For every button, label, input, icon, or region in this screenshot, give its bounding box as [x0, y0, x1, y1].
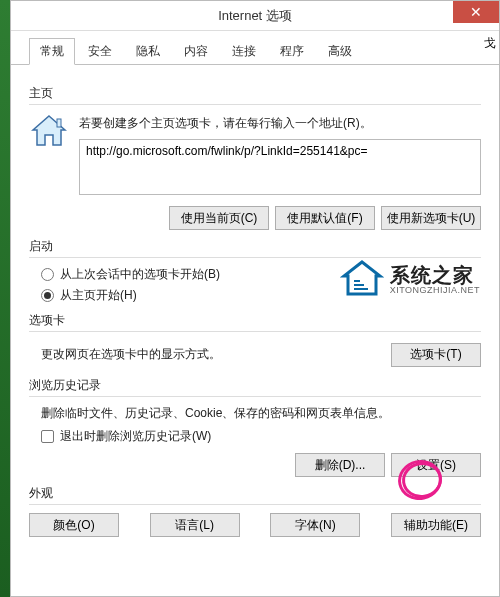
section-history-label: 浏览历史记录: [29, 377, 481, 394]
window-title: Internet 选项: [218, 7, 292, 25]
radio-label: 从上次会话中的选项卡开始(B): [60, 266, 220, 283]
section-startup-label: 启动: [29, 238, 481, 255]
tabs-description: 更改网页在选项卡中的显示方式。: [41, 346, 221, 363]
close-button[interactable]: ✕: [453, 1, 499, 23]
delete-button[interactable]: 删除(D)...: [295, 453, 385, 477]
close-icon: ✕: [470, 4, 482, 20]
home-row: 若要创建多个主页选项卡，请在每行输入一个地址(R)。: [29, 113, 481, 198]
stray-glyph: 戈: [484, 35, 496, 52]
homepage-urls-input[interactable]: [79, 139, 481, 195]
checkbox-delete-on-exit[interactable]: 退出时删除浏览历史记录(W): [41, 428, 481, 445]
tab-connections[interactable]: 连接: [221, 38, 267, 64]
radio-start-home[interactable]: 从主页开始(H): [41, 287, 481, 304]
tab-content[interactable]: 内容: [173, 38, 219, 64]
section-tabs-label: 选项卡: [29, 312, 481, 329]
radio-label: 从主页开始(H): [60, 287, 137, 304]
appearance-buttons-row: 颜色(O) 语言(L) 字体(N) 辅助功能(E): [29, 513, 481, 537]
checkbox-label: 退出时删除浏览历史记录(W): [60, 428, 211, 445]
history-buttons-row: 删除(D)... 设置(S): [29, 453, 481, 477]
accessibility-button[interactable]: 辅助功能(E): [391, 513, 481, 537]
home-buttons-row: 使用当前页(C) 使用默认值(F) 使用新选项卡(U): [29, 206, 481, 230]
tab-advanced[interactable]: 高级: [317, 38, 363, 64]
home-description: 若要创建多个主页选项卡，请在每行输入一个地址(R)。: [79, 113, 481, 133]
divider: [29, 257, 481, 258]
section-appearance-label: 外观: [29, 485, 481, 502]
checkbox-icon: [41, 430, 54, 443]
use-newtab-button[interactable]: 使用新选项卡(U): [381, 206, 481, 230]
section-home-label: 主页: [29, 85, 481, 102]
tabstrip: 常规 安全 隐私 内容 连接 程序 高级: [11, 31, 499, 65]
languages-button[interactable]: 语言(L): [150, 513, 240, 537]
divider: [29, 396, 481, 397]
tabs-settings-button[interactable]: 选项卡(T): [391, 343, 481, 367]
divider: [29, 504, 481, 505]
home-icon: [29, 113, 69, 149]
history-description: 删除临时文件、历史记录、Cookie、保存的密码和网页表单信息。: [41, 405, 481, 422]
internet-options-dialog: Internet 选项 ✕ 戈 常规 安全 隐私 内容 连接 程序 高级 主页 …: [10, 0, 500, 597]
tab-privacy[interactable]: 隐私: [125, 38, 171, 64]
colors-button[interactable]: 颜色(O): [29, 513, 119, 537]
svg-rect-1: [57, 119, 61, 127]
tab-general[interactable]: 常规: [29, 38, 75, 65]
use-default-button[interactable]: 使用默认值(F): [275, 206, 375, 230]
radio-icon: [41, 268, 54, 281]
radio-start-last[interactable]: 从上次会话中的选项卡开始(B): [41, 266, 481, 283]
fonts-button[interactable]: 字体(N): [270, 513, 360, 537]
divider: [29, 331, 481, 332]
external-edge: [0, 0, 10, 597]
use-current-button[interactable]: 使用当前页(C): [169, 206, 269, 230]
titlebar: Internet 选项 ✕: [11, 1, 499, 31]
divider: [29, 104, 481, 105]
tabs-row: 更改网页在选项卡中的显示方式。 选项卡(T): [29, 340, 481, 369]
tab-security[interactable]: 安全: [77, 38, 123, 64]
tab-programs[interactable]: 程序: [269, 38, 315, 64]
tab-panel-general: 主页 若要创建多个主页选项卡，请在每行输入一个地址(R)。 使用当前页(C) 使…: [11, 65, 499, 549]
radio-icon: [41, 289, 54, 302]
history-settings-button[interactable]: 设置(S): [391, 453, 481, 477]
